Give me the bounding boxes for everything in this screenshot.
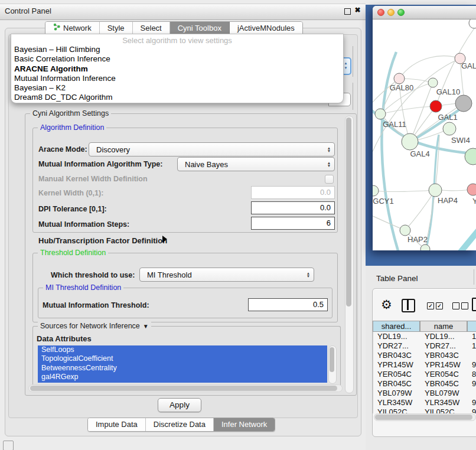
tab-infer-network[interactable]: Infer Network (214, 418, 275, 431)
tab-impute-data[interactable]: Impute Data (88, 418, 146, 431)
cyni-bottom-tabs: Impute DataDiscretize DataInfer Network (87, 418, 275, 432)
network-window[interactable]: GALGAL80GAL10GAL1GAL11GAL4SWI4GCY1HAP4YH… (373, 6, 476, 250)
checked-columns-icon[interactable]: ✓ (427, 302, 434, 309)
column-header[interactable]: name (420, 321, 467, 332)
tab-cyni-toolbox[interactable]: Cyni Toolbox (170, 22, 230, 35)
algorithm-dropdown-popup: Select algorithm to view settings Bayesi… (11, 34, 344, 103)
node[interactable] (469, 19, 476, 28)
node[interactable] (420, 244, 430, 250)
checked-columns-icon[interactable]: ✓ (436, 302, 443, 309)
node-label: GAL (461, 61, 476, 70)
tab-discretize-data[interactable]: Discretize Data (146, 418, 214, 431)
node-gcy1[interactable] (373, 185, 379, 196)
node-table-rows[interactable]: YDL19...YDL19...13YDR27...YDR27...12YBR0… (373, 332, 476, 413)
aracne-mode-value: Discovery (89, 145, 324, 154)
node-table[interactable]: shared...nameA YDL19...YDL19...13YDR27..… (373, 321, 476, 420)
expand-arrow-icon[interactable] (162, 236, 167, 243)
algorithm-option[interactable]: Mutual Information Inference (11, 74, 343, 83)
control-panel-titlebar (0, 4, 366, 20)
algorithm-option[interactable]: ARACNE Algorithm (11, 64, 343, 74)
table-cell: YER054C (377, 370, 412, 379)
settings-scrollbar[interactable] (345, 116, 354, 393)
node-label: GAL80 (390, 83, 413, 92)
table-row[interactable]: YPR145WYPR145W9. (373, 360, 476, 370)
float-icon[interactable] (344, 8, 351, 15)
page-icon[interactable] (472, 298, 476, 311)
zoom-traffic-icon[interactable] (397, 9, 405, 16)
table-row[interactable]: YDL19...YDL19...13 (373, 332, 476, 341)
attributes-scrollbar-thumb[interactable] (330, 347, 334, 372)
tab-label: Network (63, 22, 92, 35)
node-gal1[interactable] (443, 122, 456, 135)
table-cell: 9. (472, 398, 476, 407)
settings-scrollbar-thumb[interactable] (346, 118, 351, 306)
close-icon[interactable]: ✖ (354, 6, 361, 14)
node-y[interactable] (467, 184, 476, 195)
minimized-panel-icon[interactable] (3, 441, 14, 450)
sources-group-title[interactable]: Sources for Network Inference ▼ (38, 322, 151, 330)
tab-style[interactable]: Style (100, 22, 133, 35)
tab-network[interactable]: Network (45, 22, 100, 35)
node-gal80[interactable] (394, 73, 405, 84)
mi-algorithm-type-combobox[interactable]: Naive Bayes ▲▼ (177, 157, 335, 171)
table-row[interactable]: YBR043CYBR043C (373, 351, 476, 360)
tab-select[interactable]: Select (133, 22, 170, 35)
mi-steps-input[interactable]: 6 (251, 217, 335, 230)
node-gal11[interactable] (375, 109, 386, 119)
table-cell: YDR27... (377, 341, 409, 351)
aracne-mode-combobox[interactable]: Discovery ▲▼ (89, 142, 335, 156)
which-threshold-combobox[interactable]: MI Threshold ▲▼ (139, 268, 314, 282)
data-attributes-list[interactable]: SelfLoopsTopologicalCoefficientBetweenne… (38, 345, 327, 383)
manual-kernel-width-checkbox[interactable] (325, 175, 334, 184)
algorithm-option[interactable]: Bayesian – K2 (11, 83, 343, 93)
attribute-item[interactable]: TopologicalCoefficient (38, 354, 327, 363)
unchecked-columns-icon[interactable] (461, 302, 468, 309)
node-gal10[interactable] (428, 78, 438, 87)
attributes-hscrollbar-thumb[interactable] (30, 386, 337, 391)
hub-definition-label[interactable]: Hub/Transcription Factor Definition (38, 236, 167, 245)
table-row[interactable]: YLR345WYLR345W9. (373, 398, 476, 407)
mi-algorithm-type-value: Naive Bayes (178, 160, 324, 169)
mi-threshold-input[interactable]: 0.5 (248, 298, 328, 311)
attribute-item[interactable]: gal4RGexp (38, 373, 327, 381)
attribute-item[interactable]: BetweennessCentrality (38, 364, 327, 373)
table-row[interactable]: YER054CYER054C8. (373, 370, 476, 379)
algorithm-option[interactable]: Bayesian – Hill Climbing (11, 45, 343, 54)
attributes-hscrollbar[interactable] (28, 384, 343, 392)
table-cell: 8. (472, 370, 476, 379)
table-hscrollbar-thumb[interactable] (375, 415, 472, 420)
apply-button[interactable]: Apply (158, 398, 201, 412)
node[interactable] (455, 95, 472, 112)
unchecked-columns-icon[interactable] (452, 302, 459, 309)
close-traffic-icon[interactable] (377, 9, 384, 16)
table-cell: 9. (472, 360, 476, 370)
algorithm-popup-placeholder: Select algorithm to view settings (11, 36, 343, 45)
node-hap2[interactable] (400, 225, 410, 236)
kernel-width-input[interactable]: 0.0 (251, 186, 335, 199)
network-canvas[interactable]: GALGAL80GAL10GAL1GAL11GAL4SWI4GCY1HAP4YH… (373, 19, 476, 250)
minimize-traffic-icon[interactable] (387, 9, 395, 16)
table-row[interactable]: YBL079WYBL079W (373, 389, 476, 398)
attributes-scrollbar[interactable] (328, 345, 337, 384)
node-swi4[interactable] (465, 148, 476, 165)
node-label: GAL4 (410, 149, 429, 158)
attribute-item[interactable]: SelfLoops (38, 345, 327, 354)
node-gal4[interactable] (402, 133, 418, 150)
column-layout-icon[interactable] (402, 299, 415, 312)
node[interactable] (430, 100, 442, 112)
mi-steps-label: Mutual Information Steps: (38, 220, 129, 229)
table-hscrollbar[interactable] (374, 413, 476, 421)
column-header[interactable]: shared... (373, 321, 420, 332)
aracne-mode-label: Aracne Mode: (38, 145, 87, 154)
table-row[interactable]: YBR045CYBR045C9. (373, 379, 476, 389)
table-row[interactable]: YDR27...YDR27...12 (373, 341, 476, 351)
algorithm-option[interactable]: Dream8 DC_TDC Algorithm (11, 93, 343, 102)
dpi-tolerance-input[interactable]: 0.0 (251, 201, 335, 214)
column-header[interactable]: A (467, 321, 476, 332)
table-row[interactable]: YIL052CYIL052C9 (373, 407, 476, 413)
gear-icon[interactable]: ⚙ (381, 298, 392, 312)
network-window-titlebar[interactable] (373, 6, 476, 19)
algorithm-option[interactable]: Basic Correlation Inference (11, 54, 343, 64)
node-hap4[interactable] (429, 184, 442, 197)
tab-jactivemnodules[interactable]: jActiveMNodules (230, 22, 302, 35)
